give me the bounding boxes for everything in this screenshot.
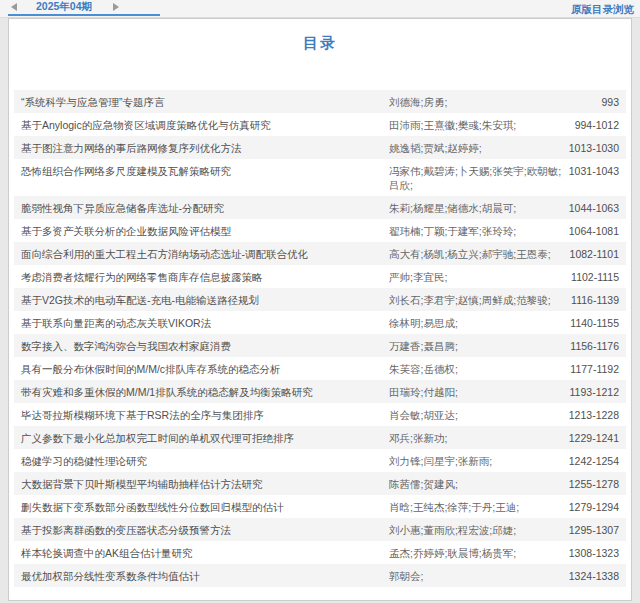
toc-entry: 稳健学习的稳健性理论研究 刘力锋;闫星宇;张新雨; 1242-1254	[14, 449, 626, 472]
entry-authors: 田沛雨;王熹徽;樊彧;朱安琪;	[389, 118, 564, 132]
toc-entry: 带有灾难和多重休假的M/M/1排队系统的稳态解及均衡策略研究 田瑞玲;付越阳; …	[14, 380, 626, 403]
entry-title[interactable]: 最优加权部分线性变系数条件均值估计	[21, 569, 389, 583]
entry-authors: 肖会敏;胡亚达;	[389, 408, 564, 422]
toc-entry: 基于V2G技术的电动车配送-充电-电能输送路径规划 刘长石;李君宇;赵慎;周鲜成…	[14, 288, 626, 311]
entry-authors: 刘长石;李君宇;赵慎;周鲜成;范黎骏;	[389, 293, 564, 307]
entry-authors: 刘力锋;闫星宇;张新雨;	[389, 454, 564, 468]
entry-pages: 1177-1192	[564, 362, 619, 376]
entry-title[interactable]: 数字接入、数字鸿沟弥合与我国农村家庭消费	[21, 339, 389, 353]
entry-authors: 万建香;聂昌腾;	[389, 339, 564, 353]
entry-pages: 993	[564, 95, 619, 109]
entry-authors: 邓兵;张新功;	[389, 431, 564, 445]
toc-entry: 基于多资产关联分析的企业数据风险评估模型 翟玮楠;丁颖;于建军;张玲玲; 106…	[14, 219, 626, 242]
right-triangle-icon	[113, 3, 119, 11]
toc-entry: 考虑消费者炫耀行为的网络零售商库存信息披露策略 严帅;李宜民; 1102-111…	[14, 265, 626, 288]
entry-title[interactable]: 脆弱性视角下异质应急储备库选址-分配研究	[21, 201, 389, 215]
entry-title[interactable]: 具有一般分布休假时间的M/M/c排队库存系统的稳态分析	[21, 362, 389, 376]
entry-pages: 1116-1139	[564, 293, 619, 307]
page-title: 目录	[9, 34, 631, 53]
entry-authors: 徐林明;易思成;	[389, 316, 564, 330]
toc-entry: “系统科学与应急管理”专题序言 刘德海;房勇; 993	[14, 90, 626, 113]
toc-panel: 目录 “系统科学与应急管理”专题序言 刘德海;房勇; 993 基于Anylogi…	[8, 18, 632, 601]
toc-entry: 基于投影离群函数的变压器状态分级预警方法 刘小惠;董雨欣;程宏波;邱婕; 129…	[14, 518, 626, 541]
entry-authors: 翟玮楠;丁颖;于建军;张玲玲;	[389, 224, 564, 238]
entry-pages: 1279-1294	[564, 500, 619, 514]
entry-pages: 1031-1043	[564, 164, 619, 178]
entry-pages: 1013-1030	[564, 141, 619, 155]
entry-authors: 严帅;李宜民;	[389, 270, 564, 284]
entry-authors: 朱莉;杨耀星;储德水;胡晨可;	[389, 201, 564, 215]
top-bar: 2025年04期 原版目录浏览	[0, 0, 640, 18]
entry-pages: 1213-1228	[564, 408, 619, 422]
entry-authors: 姚逸韬;贾斌;赵婷婷;	[389, 141, 564, 155]
entry-pages: 1242-1254	[564, 454, 619, 468]
entry-authors: 田瑞玲;付越阳;	[389, 385, 564, 399]
entry-title[interactable]: 基于Anylogic的应急物资区域调度策略优化与仿真研究	[21, 118, 389, 132]
entry-title[interactable]: 考虑消费者炫耀行为的网络零售商库存信息披露策略	[21, 270, 389, 284]
entry-pages: 1295-1307	[564, 523, 619, 537]
entry-authors: 肖晗;王纯杰;徐萍;于丹;王迪;	[389, 500, 564, 514]
entry-pages: 1082-1101	[564, 247, 619, 261]
toc-list: “系统科学与应急管理”专题序言 刘德海;房勇; 993 基于Anylogic的应…	[14, 90, 626, 587]
entry-pages: 1255-1278	[564, 477, 619, 491]
entry-pages: 1193-1212	[564, 385, 619, 399]
entry-pages: 994-1012	[564, 118, 619, 132]
entry-authors: 陈茜儒;贺建风;	[389, 477, 564, 491]
entry-authors: 孟杰;乔婷婷;耿晨博;杨贵军;	[389, 546, 564, 560]
entry-pages: 1044-1063	[564, 201, 619, 215]
toc-entry: 脆弱性视角下异质应急储备库选址-分配研究 朱莉;杨耀星;储德水;胡晨可; 104…	[14, 196, 626, 219]
toc-entry: 恐怖组织合作网络多尺度建模及瓦解策略研究 冯家伟;戴碧涛;卜天赐;张笑宇;欧朝敏…	[14, 159, 626, 196]
entry-title[interactable]: 毕达哥拉斯模糊环境下基于RSR法的全序与集团排序	[21, 408, 389, 422]
prev-issue-button[interactable]	[8, 1, 20, 13]
next-issue-button[interactable]	[110, 1, 122, 13]
toc-entry: 样本轮换调查中的AK组合估计量研究 孟杰;乔婷婷;耿晨博;杨贵军; 1308-1…	[14, 541, 626, 564]
issue-tab[interactable]: 2025年04期	[36, 0, 92, 14]
entry-title[interactable]: 基于V2G技术的电动车配送-充电-电能输送路径规划	[21, 293, 389, 307]
entry-authors: 冯家伟;戴碧涛;卜天赐;张笑宇;欧朝敏;吕欣;	[389, 164, 564, 192]
toc-entry: 最优加权部分线性变系数条件均值估计 郭朝会; 1324-1338	[14, 564, 626, 587]
entry-authors: 朱芙容;岳德权;	[389, 362, 564, 376]
toc-entry: 基于图注意力网络的事后路网修复序列优化方法 姚逸韬;贾斌;赵婷婷; 1013-1…	[14, 136, 626, 159]
entry-pages: 1102-1115	[564, 270, 619, 284]
entry-title[interactable]: 带有灾难和多重休假的M/M/1排队系统的稳态解及均衡策略研究	[21, 385, 389, 399]
entry-pages: 1064-1081	[564, 224, 619, 238]
entry-title[interactable]: 恐怖组织合作网络多尺度建模及瓦解策略研究	[21, 164, 389, 178]
entry-authors: 刘小惠;董雨欣;程宏波;邱婕;	[389, 523, 564, 537]
toc-entry: 删失数据下变系数部分函数型线性分位数回归模型的估计 肖晗;王纯杰;徐萍;于丹;王…	[14, 495, 626, 518]
entry-pages: 1308-1323	[564, 546, 619, 560]
entry-authors: 刘德海;房勇;	[389, 95, 564, 109]
toc-entry: 具有一般分布休假时间的M/M/c排队库存系统的稳态分析 朱芙容;岳德权; 117…	[14, 357, 626, 380]
entry-pages: 1324-1338	[564, 569, 619, 583]
entry-title[interactable]: 基于图注意力网络的事后路网修复序列优化方法	[21, 141, 389, 155]
toc-entry: 基于联系向量距离的动态灰关联VIKOR法 徐林明;易思成; 1140-1155	[14, 311, 626, 334]
entry-title[interactable]: 稳健学习的稳健性理论研究	[21, 454, 389, 468]
entry-title[interactable]: 大数据背景下贝叶斯模型平均辅助抽样估计方法研究	[21, 477, 389, 491]
left-triangle-icon	[11, 3, 17, 11]
entry-title[interactable]: 广义参数下最小化总加权完工时间的单机双代理可拒绝排序	[21, 431, 389, 445]
entry-pages: 1229-1241	[564, 431, 619, 445]
original-toc-link[interactable]: 原版目录浏览	[571, 3, 634, 17]
toc-entry: 基于Anylogic的应急物资区域调度策略优化与仿真研究 田沛雨;王熹徽;樊彧;…	[14, 113, 626, 136]
toc-entry: 面向综合利用的重大工程土石方消纳场动态选址-调配联合优化 高大有;杨凯;杨立兴;…	[14, 242, 626, 265]
entry-authors: 郭朝会;	[389, 569, 564, 583]
entry-title[interactable]: “系统科学与应急管理”专题序言	[21, 95, 389, 109]
entry-pages: 1156-1176	[564, 339, 619, 353]
issue-tab-strip: 2025年04期	[8, 0, 160, 16]
entry-title[interactable]: 面向综合利用的重大工程土石方消纳场动态选址-调配联合优化	[21, 247, 389, 261]
entry-pages: 1140-1155	[564, 316, 619, 330]
toc-entry: 广义参数下最小化总加权完工时间的单机双代理可拒绝排序 邓兵;张新功; 1229-…	[14, 426, 626, 449]
toc-entry: 毕达哥拉斯模糊环境下基于RSR法的全序与集团排序 肖会敏;胡亚达; 1213-1…	[14, 403, 626, 426]
entry-title[interactable]: 基于联系向量距离的动态灰关联VIKOR法	[21, 316, 389, 330]
entry-authors: 高大有;杨凯;杨立兴;郝宇驰;王恩泰;	[389, 247, 564, 261]
entry-title[interactable]: 删失数据下变系数部分函数型线性分位数回归模型的估计	[21, 500, 389, 514]
entry-title[interactable]: 基于投影离群函数的变压器状态分级预警方法	[21, 523, 389, 537]
entry-title[interactable]: 样本轮换调查中的AK组合估计量研究	[21, 546, 389, 560]
toc-entry: 数字接入、数字鸿沟弥合与我国农村家庭消费 万建香;聂昌腾; 1156-1176	[14, 334, 626, 357]
toc-entry: 大数据背景下贝叶斯模型平均辅助抽样估计方法研究 陈茜儒;贺建风; 1255-12…	[14, 472, 626, 495]
entry-title[interactable]: 基于多资产关联分析的企业数据风险评估模型	[21, 224, 389, 238]
